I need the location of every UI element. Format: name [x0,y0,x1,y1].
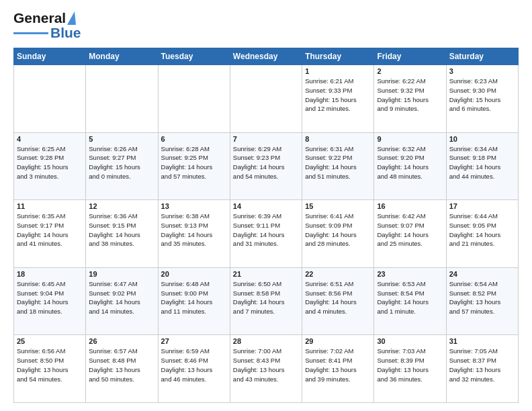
day-number: 23 [377,270,443,278]
day-info: Sunrise: 6:59 AM Sunset: 8:46 PM Dayligh… [161,347,227,383]
day-info: Sunrise: 6:38 AM Sunset: 9:13 PM Dayligh… [161,212,227,248]
day-number: 20 [161,270,227,278]
day-number: 29 [305,337,371,345]
day-cell: 5Sunrise: 6:26 AM Sunset: 9:27 PM Daylig… [86,132,158,200]
page: General Blue SundayMondayTuesdayWednesda… [0,0,532,411]
weekday-header-saturday: Saturday [446,48,518,65]
day-cell: 17Sunrise: 6:44 AM Sunset: 9:05 PM Dayli… [446,200,518,268]
day-cell: 2Sunrise: 6:22 AM Sunset: 9:32 PM Daylig… [374,65,446,133]
day-number: 13 [161,202,227,210]
logo-line [13,32,48,34]
day-number: 15 [305,202,371,210]
day-info: Sunrise: 6:41 AM Sunset: 9:09 PM Dayligh… [305,212,371,248]
day-number: 17 [449,202,515,210]
day-info: Sunrise: 6:57 AM Sunset: 8:48 PM Dayligh… [89,347,154,383]
day-number: 12 [89,202,154,210]
day-number: 10 [449,135,515,143]
day-info: Sunrise: 6:28 AM Sunset: 9:25 PM Dayligh… [161,144,227,181]
day-cell [14,65,86,133]
day-cell: 20Sunrise: 6:48 AM Sunset: 9:00 PM Dayli… [158,267,230,335]
day-cell: 10Sunrise: 6:34 AM Sunset: 9:18 PM Dayli… [446,132,518,200]
day-cell: 16Sunrise: 6:42 AM Sunset: 9:07 PM Dayli… [374,200,446,268]
day-number: 4 [17,135,83,143]
day-info: Sunrise: 6:45 AM Sunset: 9:04 PM Dayligh… [17,279,83,316]
day-cell: 30Sunrise: 7:03 AM Sunset: 8:39 PM Dayli… [374,335,446,403]
day-cell: 22Sunrise: 6:51 AM Sunset: 8:56 PM Dayli… [302,267,374,335]
day-info: Sunrise: 6:39 AM Sunset: 9:11 PM Dayligh… [233,212,299,248]
day-info: Sunrise: 6:50 AM Sunset: 8:58 PM Dayligh… [233,279,299,316]
day-cell [86,65,158,133]
day-cell: 23Sunrise: 6:53 AM Sunset: 8:54 PM Dayli… [374,267,446,335]
logo-blue-text: Blue [50,25,81,41]
day-number: 18 [17,270,83,278]
day-info: Sunrise: 6:25 AM Sunset: 9:28 PM Dayligh… [17,144,83,181]
day-cell [158,65,230,133]
day-cell: 7Sunrise: 6:29 AM Sunset: 9:23 PM Daylig… [230,132,302,200]
day-cell: 25Sunrise: 6:56 AM Sunset: 8:50 PM Dayli… [14,335,86,403]
day-cell: 27Sunrise: 6:59 AM Sunset: 8:46 PM Dayli… [158,335,230,403]
day-number: 22 [305,270,371,278]
day-cell: 11Sunrise: 6:35 AM Sunset: 9:17 PM Dayli… [14,200,86,268]
day-cell: 21Sunrise: 6:50 AM Sunset: 8:58 PM Dayli… [230,267,302,335]
day-info: Sunrise: 6:22 AM Sunset: 9:32 PM Dayligh… [377,77,443,113]
day-info: Sunrise: 6:51 AM Sunset: 8:56 PM Dayligh… [305,279,371,316]
day-number: 30 [377,337,443,345]
day-info: Sunrise: 6:23 AM Sunset: 9:30 PM Dayligh… [449,77,515,113]
day-number: 11 [17,202,83,210]
day-cell: 13Sunrise: 6:38 AM Sunset: 9:13 PM Dayli… [158,200,230,268]
day-cell: 26Sunrise: 6:57 AM Sunset: 8:48 PM Dayli… [86,335,158,403]
weekday-header-tuesday: Tuesday [158,48,230,65]
day-number: 24 [449,270,515,278]
day-number: 2 [377,67,443,75]
day-info: Sunrise: 6:56 AM Sunset: 8:50 PM Dayligh… [17,347,83,383]
logo-triangle-icon [67,11,76,25]
day-cell: 29Sunrise: 7:02 AM Sunset: 8:41 PM Dayli… [302,335,374,403]
day-number: 27 [161,337,227,345]
day-cell: 8Sunrise: 6:31 AM Sunset: 9:22 PM Daylig… [302,132,374,200]
day-info: Sunrise: 6:21 AM Sunset: 9:33 PM Dayligh… [305,77,371,113]
day-cell: 24Sunrise: 6:54 AM Sunset: 8:52 PM Dayli… [446,267,518,335]
day-cell: 14Sunrise: 6:39 AM Sunset: 9:11 PM Dayli… [230,200,302,268]
weekday-header-row: SundayMondayTuesdayWednesdayThursdayFrid… [14,48,519,65]
day-info: Sunrise: 6:54 AM Sunset: 8:52 PM Dayligh… [449,279,515,316]
day-cell: 1Sunrise: 6:21 AM Sunset: 9:33 PM Daylig… [302,65,374,133]
day-info: Sunrise: 6:47 AM Sunset: 9:02 PM Dayligh… [89,279,154,316]
day-number: 3 [449,67,515,75]
week-row-2: 4Sunrise: 6:25 AM Sunset: 9:28 PM Daylig… [14,132,519,200]
day-number: 7 [233,135,299,143]
day-info: Sunrise: 6:36 AM Sunset: 9:15 PM Dayligh… [89,212,154,248]
day-number: 19 [89,270,154,278]
day-number: 8 [305,135,371,143]
day-cell: 3Sunrise: 6:23 AM Sunset: 9:30 PM Daylig… [446,65,518,133]
day-info: Sunrise: 6:44 AM Sunset: 9:05 PM Dayligh… [449,212,515,248]
day-number: 26 [89,337,154,345]
day-number: 1 [305,67,371,75]
day-cell: 18Sunrise: 6:45 AM Sunset: 9:04 PM Dayli… [14,267,86,335]
day-cell: 12Sunrise: 6:36 AM Sunset: 9:15 PM Dayli… [86,200,158,268]
day-number: 31 [449,337,515,345]
day-cell: 19Sunrise: 6:47 AM Sunset: 9:02 PM Dayli… [86,267,158,335]
day-number: 28 [233,337,299,345]
day-info: Sunrise: 6:32 AM Sunset: 9:20 PM Dayligh… [377,144,443,181]
day-cell: 28Sunrise: 7:00 AM Sunset: 8:43 PM Dayli… [230,335,302,403]
week-row-1: 1Sunrise: 6:21 AM Sunset: 9:33 PM Daylig… [14,65,519,133]
weekday-header-monday: Monday [86,48,158,65]
day-info: Sunrise: 6:29 AM Sunset: 9:23 PM Dayligh… [233,144,299,181]
day-cell: 6Sunrise: 6:28 AM Sunset: 9:25 PM Daylig… [158,132,230,200]
day-info: Sunrise: 7:02 AM Sunset: 8:41 PM Dayligh… [305,347,371,383]
weekday-header-wednesday: Wednesday [230,48,302,65]
day-cell: 4Sunrise: 6:25 AM Sunset: 9:28 PM Daylig… [14,132,86,200]
day-info: Sunrise: 7:00 AM Sunset: 8:43 PM Dayligh… [233,347,299,383]
logo: General Blue [13,11,81,41]
weekday-header-friday: Friday [374,48,446,65]
week-row-3: 11Sunrise: 6:35 AM Sunset: 9:17 PM Dayli… [14,200,519,268]
day-info: Sunrise: 6:48 AM Sunset: 9:00 PM Dayligh… [161,279,227,316]
day-number: 5 [89,135,154,143]
header: General Blue [13,11,519,41]
day-number: 21 [233,270,299,278]
day-info: Sunrise: 7:05 AM Sunset: 8:37 PM Dayligh… [449,347,515,383]
day-info: Sunrise: 6:26 AM Sunset: 9:27 PM Dayligh… [89,144,154,181]
day-cell: 15Sunrise: 6:41 AM Sunset: 9:09 PM Dayli… [302,200,374,268]
week-row-4: 18Sunrise: 6:45 AM Sunset: 9:04 PM Dayli… [14,267,519,335]
day-info: Sunrise: 6:34 AM Sunset: 9:18 PM Dayligh… [449,144,515,181]
